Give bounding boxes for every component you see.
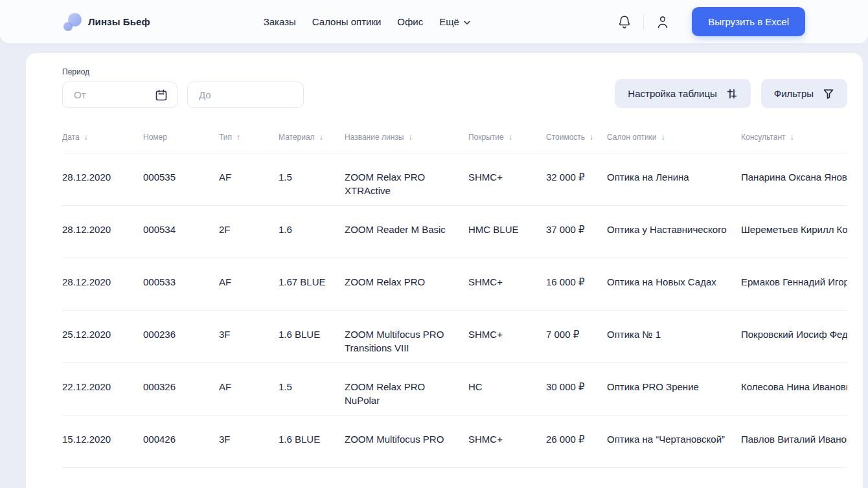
cell-salon: Оптика на “Чертановской” bbox=[607, 416, 741, 446]
profile-button[interactable] bbox=[654, 12, 672, 32]
export-excel-button[interactable]: Выгрузить в Excel bbox=[692, 7, 805, 36]
sort-desc-icon: ↓ bbox=[408, 133, 412, 142]
filters-label: Фильтры bbox=[774, 88, 814, 99]
period-group: Период bbox=[62, 67, 304, 108]
cell-coating: HC bbox=[468, 363, 546, 394]
cell-date: 28.12.2020 bbox=[62, 206, 143, 236]
cell-type: AF bbox=[219, 153, 279, 184]
cell-lens-name: ZOOM Relax PRO NuPolar bbox=[345, 363, 468, 407]
column-header-material[interactable]: Материал↓ bbox=[279, 133, 345, 142]
column-header-salon[interactable]: Салон оптики↓ bbox=[607, 133, 741, 142]
cell-number: 000326 bbox=[143, 363, 219, 394]
cell-price: 7 000 ₽ bbox=[546, 311, 607, 341]
nav-more-label: Ещё bbox=[439, 16, 459, 27]
notifications-button[interactable] bbox=[615, 12, 634, 32]
top-navigation-bar: Линзы Бьеф Заказы Салоны оптики Офис Ещё… bbox=[0, 0, 868, 43]
period-to-input[interactable] bbox=[188, 82, 303, 107]
sort-asc-icon: ↑ bbox=[236, 133, 240, 142]
user-icon bbox=[656, 15, 669, 29]
filters-button[interactable]: Фильтры bbox=[761, 79, 847, 108]
table-settings-button[interactable]: Настройка таблицы bbox=[615, 79, 750, 108]
chevron-down-icon bbox=[464, 21, 470, 25]
cell-number: 000534 bbox=[143, 206, 219, 236]
main-nav: Заказы Салоны оптики Офис Ещё bbox=[264, 16, 470, 27]
cell-date: 22.12.2020 bbox=[62, 363, 143, 394]
cell-lens-name: ZOOM Multifocus PRO bbox=[345, 416, 468, 446]
sort-desc-icon: ↓ bbox=[790, 133, 794, 142]
table-row[interactable]: 28.12.2020 000535 AF 1.5 ZOOM Relax PRO … bbox=[62, 153, 847, 205]
orders-table: Дата↓ Номер Тип↑ Материал↓ Название линз… bbox=[62, 133, 847, 467]
cell-consultant: Панарина Оксана Яновн bbox=[741, 153, 847, 184]
nav-item-optics-salons[interactable]: Салоны оптики bbox=[312, 16, 382, 27]
cell-type: AF bbox=[219, 258, 279, 289]
sliders-icon bbox=[726, 88, 738, 100]
table-row[interactable]: 15.12.2020 000426 3F 1.6 BLUE ZOOM Multi… bbox=[62, 415, 847, 467]
brand-logo-icon bbox=[63, 13, 82, 31]
sort-desc-icon: ↓ bbox=[661, 133, 665, 142]
period-to-field bbox=[187, 82, 304, 108]
column-header-date[interactable]: Дата↓ bbox=[62, 133, 143, 142]
bell-icon bbox=[618, 15, 631, 29]
column-header-price[interactable]: Стоимость↓ bbox=[546, 133, 607, 142]
cell-salon: Оптика № 1 bbox=[607, 311, 741, 341]
sort-desc-icon: ↓ bbox=[508, 133, 512, 142]
cell-date: 15.12.2020 bbox=[62, 416, 143, 446]
cell-material: 1.6 BLUE bbox=[279, 416, 345, 446]
cell-type: AF bbox=[219, 363, 279, 394]
cell-price: 16 000 ₽ bbox=[546, 258, 607, 289]
cell-coating: SHMC+ bbox=[468, 258, 546, 289]
column-header-consultant[interactable]: Консультант↓ bbox=[741, 133, 847, 142]
cell-price: 32 000 ₽ bbox=[546, 153, 607, 184]
table-row[interactable]: 25.12.2020 000236 3F 1.6 BLUE ZOOM Multi… bbox=[62, 310, 847, 362]
sort-desc-icon: ↓ bbox=[589, 133, 593, 142]
calendar-icon[interactable] bbox=[155, 89, 168, 102]
cell-coating: SHMC+ bbox=[468, 311, 546, 341]
cell-consultant: Павлов Виталий Иванов bbox=[741, 416, 847, 446]
orders-panel: Период Настройка таблицы bbox=[26, 53, 863, 488]
cell-coating: SHMC+ bbox=[468, 153, 546, 184]
cell-coating: SHMC+ bbox=[468, 416, 546, 446]
sort-desc-icon: ↓ bbox=[319, 133, 323, 142]
cell-salon: Оптика у Наставнического bbox=[607, 206, 741, 236]
cell-lens-name: ZOOM Reader M Basic bbox=[345, 206, 468, 236]
table-settings-label: Настройка таблицы bbox=[628, 88, 716, 99]
column-header-coating[interactable]: Покрытие↓ bbox=[468, 133, 546, 142]
table-header-row: Дата↓ Номер Тип↑ Материал↓ Название линз… bbox=[62, 133, 847, 153]
table-row[interactable]: 28.12.2020 000534 2F 1.6 ZOOM Reader M B… bbox=[62, 205, 847, 258]
cell-lens-name: ZOOM Relax PRO XTRActive bbox=[345, 153, 468, 197]
brand-name: Линзы Бьеф bbox=[88, 16, 150, 27]
cell-price: 30 000 ₽ bbox=[546, 363, 607, 394]
cell-material: 1.6 bbox=[279, 206, 345, 236]
cell-price: 26 000 ₽ bbox=[546, 416, 607, 446]
header-actions: Выгрузить в Excel bbox=[615, 7, 805, 36]
nav-item-more[interactable]: Ещё bbox=[439, 16, 470, 27]
column-header-number[interactable]: Номер bbox=[143, 133, 219, 142]
cell-consultant: Ермаков Геннадий Игор bbox=[741, 258, 847, 289]
nav-item-orders[interactable]: Заказы bbox=[264, 16, 296, 27]
period-label: Период bbox=[62, 67, 304, 76]
table-row[interactable]: 28.12.2020 000533 AF 1.67 BLUE ZOOM Rela… bbox=[62, 258, 847, 310]
column-header-lens-name[interactable]: Название линзы↓ bbox=[345, 133, 468, 142]
sort-desc-icon: ↓ bbox=[84, 133, 88, 142]
cell-number: 000236 bbox=[143, 311, 219, 341]
column-header-type[interactable]: Тип↑ bbox=[219, 133, 279, 142]
cell-material: 1.5 bbox=[279, 153, 345, 184]
nav-item-office[interactable]: Офис bbox=[397, 16, 423, 27]
table-row[interactable]: 22.12.2020 000326 AF 1.5 ZOOM Relax PRO … bbox=[62, 362, 847, 415]
cell-consultant: Шереметьев Кирилл Ко bbox=[741, 206, 847, 236]
period-from-field bbox=[62, 82, 177, 108]
cell-date: 28.12.2020 bbox=[62, 153, 143, 184]
cell-material: 1.6 BLUE bbox=[279, 311, 345, 341]
brand-logo[interactable]: Линзы Бьеф bbox=[63, 13, 150, 31]
cell-number: 000535 bbox=[143, 153, 219, 184]
table-body: 28.12.2020 000535 AF 1.5 ZOOM Relax PRO … bbox=[62, 153, 847, 467]
table-toolbar: Настройка таблицы Фильтры bbox=[615, 79, 847, 108]
filters-row: Период Настройка таблицы bbox=[62, 67, 847, 108]
cell-type: 3F bbox=[219, 416, 279, 446]
cell-date: 28.12.2020 bbox=[62, 258, 143, 289]
cell-lens-name: ZOOM Relax PRO bbox=[345, 258, 468, 289]
cell-salon: Оптика на Ленина bbox=[607, 153, 741, 184]
cell-date: 25.12.2020 bbox=[62, 311, 143, 341]
cell-number: 000426 bbox=[143, 416, 219, 446]
cell-lens-name: ZOOM Multifocus PRO Transitions VIII bbox=[345, 311, 468, 355]
